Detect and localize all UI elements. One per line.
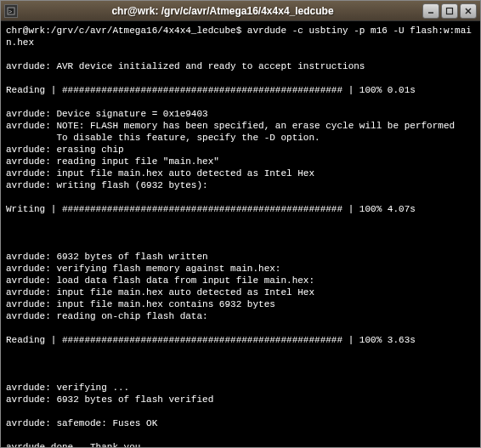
terminal-line (6, 370, 475, 382)
terminal-line: Reading | ##############################… (6, 84, 475, 96)
terminal-line (6, 72, 475, 84)
window-controls (422, 3, 477, 19)
terminal-line (6, 48, 475, 60)
terminal-line: avrdude: input file main.hex auto detect… (6, 167, 475, 179)
terminal-line: avrdude done. Thank you. (6, 441, 475, 447)
terminal-line: avrdude: verifying ... (6, 382, 475, 394)
svg-text:>: > (8, 9, 12, 14)
terminal-line: avrdude: verifying flash memory against … (6, 263, 475, 275)
terminal-line: avrdude: input file main.hex auto detect… (6, 286, 475, 298)
window-title: chr@wrk: /grv/c/avr/Atmega16/4x4x4_ledcu… (23, 5, 422, 17)
terminal-line (6, 191, 475, 203)
close-icon (464, 7, 473, 15)
terminal-line: avrdude: input file main.hex contains 69… (6, 298, 475, 310)
terminal-line (6, 322, 475, 334)
terminal-line (6, 358, 475, 370)
terminal-line (6, 405, 475, 417)
terminal-line: avrdude: AVR device initialized and read… (6, 60, 475, 72)
minimize-icon (427, 7, 435, 15)
app-icon: > (4, 4, 18, 18)
maximize-button[interactable] (441, 3, 458, 19)
terminal-line: avrdude: NOTE: FLASH memory has been spe… (6, 120, 475, 132)
terminal-line (6, 429, 475, 441)
terminal-line: avrdude: safemode: Fuses OK (6, 417, 475, 429)
terminal-line: avrdude: 6932 bytes of flash verified (6, 394, 475, 405)
terminal-line: avrdude: writing flash (6932 bytes): (6, 179, 475, 191)
terminal-content[interactable]: chr@wrk:/grv/c/avr/Atmega16/4x4x4_ledcub… (1, 21, 480, 447)
terminal-line: To disable this feature, specify the -D … (6, 132, 475, 144)
maximize-icon (445, 7, 454, 15)
minimize-button[interactable] (422, 3, 439, 19)
terminal-line (6, 96, 475, 108)
terminal-window: > chr@wrk: /grv/c/avr/Atmega16/4x4x4_led… (0, 0, 481, 448)
terminal-line: avrdude: Device signature = 0x1e9403 (6, 108, 475, 120)
terminal-line: avrdude: reading on-chip flash data: (6, 310, 475, 322)
terminal-line: Writing | ##############################… (6, 203, 475, 215)
terminal-line: avrdude: load data flash data from input… (6, 275, 475, 286)
close-button[interactable] (460, 3, 477, 19)
terminal-line: chr@wrk:/grv/c/avr/Atmega16/4x4x4_ledcub… (6, 25, 475, 48)
terminal-line (6, 227, 475, 239)
terminal-line (6, 239, 475, 251)
titlebar[interactable]: > chr@wrk: /grv/c/avr/Atmega16/4x4x4_led… (1, 1, 480, 21)
terminal-line: Reading | ##############################… (6, 334, 475, 346)
terminal-line (6, 215, 475, 227)
terminal-line (6, 346, 475, 358)
terminal-line: avrdude: reading input file "main.hex" (6, 156, 475, 167)
svg-rect-3 (447, 8, 453, 14)
terminal-line: avrdude: 6932 bytes of flash written (6, 251, 475, 263)
terminal-line: avrdude: erasing chip (6, 144, 475, 156)
